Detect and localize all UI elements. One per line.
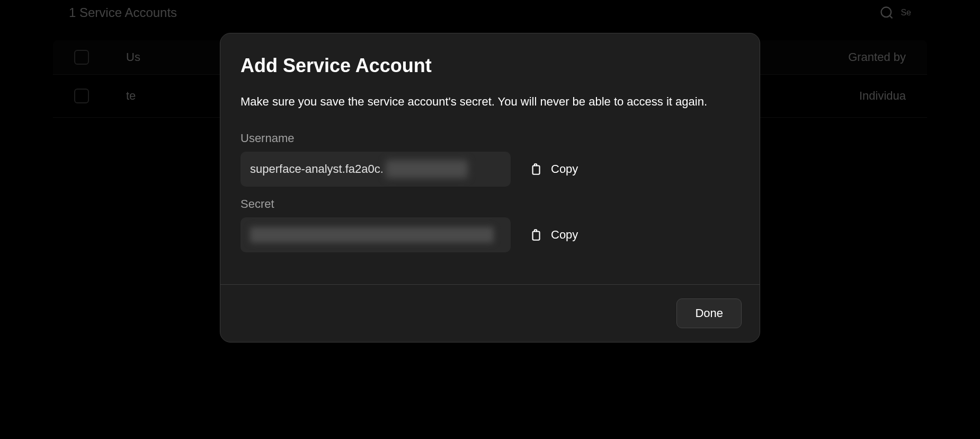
username-value-box: superface-analyst.fa2a0c. xyxy=(240,152,511,187)
secret-label: Secret xyxy=(240,197,740,211)
copy-secret-label: Copy xyxy=(551,228,578,242)
clipboard-icon xyxy=(529,162,542,176)
username-label: Username xyxy=(240,131,740,145)
username-visible-text: superface-analyst.fa2a0c. xyxy=(250,162,384,176)
svg-rect-3 xyxy=(533,231,540,240)
done-button[interactable]: Done xyxy=(676,298,742,328)
svg-rect-2 xyxy=(533,165,540,174)
secret-row: Copy xyxy=(240,217,740,252)
modal-body: Add Service Account Make sure you save t… xyxy=(220,33,760,284)
clipboard-icon xyxy=(529,228,542,242)
secret-value-box xyxy=(240,217,511,252)
username-redacted-portion xyxy=(386,160,468,178)
add-service-account-modal: Add Service Account Make sure you save t… xyxy=(220,33,760,343)
modal-warning-text: Make sure you save the service account's… xyxy=(240,94,740,110)
username-field-group: Username superface-analyst.fa2a0c. Copy xyxy=(240,131,740,187)
copy-username-label: Copy xyxy=(551,162,578,176)
copy-username-button[interactable]: Copy xyxy=(527,158,580,180)
username-row: superface-analyst.fa2a0c. Copy xyxy=(240,152,740,187)
modal-overlay: Add Service Account Make sure you save t… xyxy=(0,0,980,439)
modal-footer: Done xyxy=(220,284,760,342)
secret-redacted-bar xyxy=(250,227,494,243)
secret-field-group: Secret Copy xyxy=(240,197,740,252)
copy-secret-button[interactable]: Copy xyxy=(527,224,580,246)
modal-title: Add Service Account xyxy=(240,55,740,77)
